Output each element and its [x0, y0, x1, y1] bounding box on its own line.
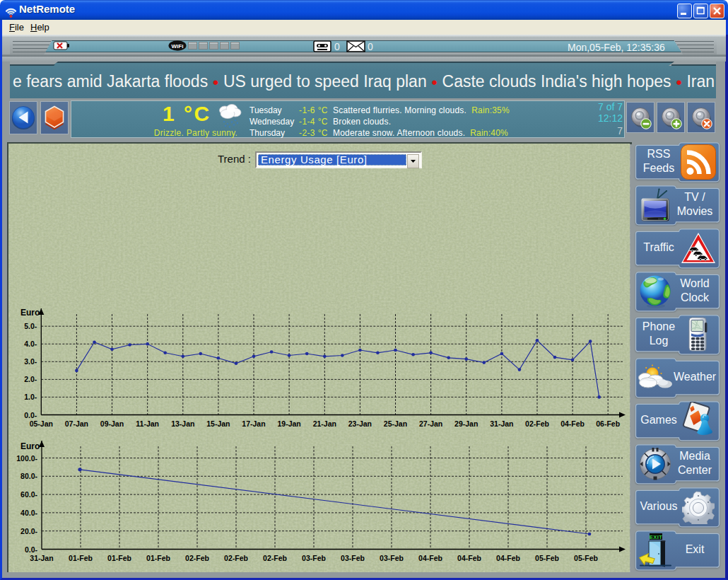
svg-text:25-Jan: 25-Jan: [384, 419, 407, 428]
svg-text:100.0-: 100.0-: [16, 454, 37, 463]
svg-text:EXIT: EXIT: [650, 534, 663, 540]
svg-text:07-Jan: 07-Jan: [65, 419, 88, 428]
svg-text:15-Jan: 15-Jan: [206, 419, 230, 428]
svg-text:03-Feb: 03-Feb: [341, 554, 365, 562]
svg-text:17-Jan: 17-Jan: [242, 419, 265, 428]
svg-text:5.0-: 5.0-: [24, 322, 37, 330]
svg-text:31-Jan: 31-Jan: [30, 554, 53, 562]
svg-text:02-Feb: 02-Feb: [185, 554, 209, 562]
svg-text:23-Jan: 23-Jan: [348, 419, 372, 428]
svg-text:4.0-: 4.0-: [24, 340, 37, 348]
svg-text:01-Feb: 01-Feb: [146, 554, 170, 562]
svg-text:04-Feb: 04-Feb: [457, 554, 481, 562]
svg-text:05-Feb: 05-Feb: [535, 554, 559, 562]
svg-text:02-Feb: 02-Feb: [224, 554, 248, 562]
svg-text:Euro: Euro: [20, 308, 40, 318]
svg-text:06-Feb: 06-Feb: [596, 419, 620, 428]
svg-text:WiFi: WiFi: [172, 43, 184, 50]
svg-text:01-Feb: 01-Feb: [69, 554, 93, 562]
svg-text:27-Jan: 27-Jan: [419, 419, 442, 428]
svg-text:20.0-: 20.0-: [20, 527, 37, 535]
svg-text:3.0-: 3.0-: [24, 357, 37, 366]
svg-text:80.0-: 80.0-: [20, 472, 37, 480]
svg-text:0.0-: 0.0-: [25, 545, 38, 554]
svg-text:04-Feb: 04-Feb: [496, 554, 520, 562]
svg-text:05-Jan: 05-Jan: [30, 419, 53, 428]
svg-text:2.0-: 2.0-: [24, 375, 37, 383]
svg-text:03-Feb: 03-Feb: [380, 554, 404, 562]
svg-text:02-Feb: 02-Feb: [263, 554, 287, 562]
svg-text:04-Feb: 04-Feb: [418, 554, 442, 562]
svg-text:01-Feb: 01-Feb: [107, 554, 131, 562]
svg-text:03-Feb: 03-Feb: [302, 554, 326, 562]
svg-text:19-Jan: 19-Jan: [277, 419, 300, 428]
svg-text:05-Feb: 05-Feb: [574, 554, 598, 562]
svg-text:Euro: Euro: [20, 441, 40, 451]
svg-text:40.0-: 40.0-: [20, 509, 37, 517]
svg-text:31-Jan: 31-Jan: [490, 419, 513, 428]
svg-text:0.0-: 0.0-: [24, 411, 37, 419]
svg-text:21-Jan: 21-Jan: [313, 419, 336, 428]
svg-text:13-Jan: 13-Jan: [171, 419, 194, 428]
svg-text:02-Feb: 02-Feb: [525, 419, 549, 428]
svg-text:11-Jan: 11-Jan: [136, 419, 159, 428]
svg-text:60.0-: 60.0-: [20, 490, 37, 499]
svg-text:29-Jan: 29-Jan: [454, 419, 478, 428]
svg-text:1.0-: 1.0-: [24, 393, 37, 401]
svg-text:04-Feb: 04-Feb: [560, 419, 585, 428]
svg-text:09-Jan: 09-Jan: [100, 419, 124, 428]
